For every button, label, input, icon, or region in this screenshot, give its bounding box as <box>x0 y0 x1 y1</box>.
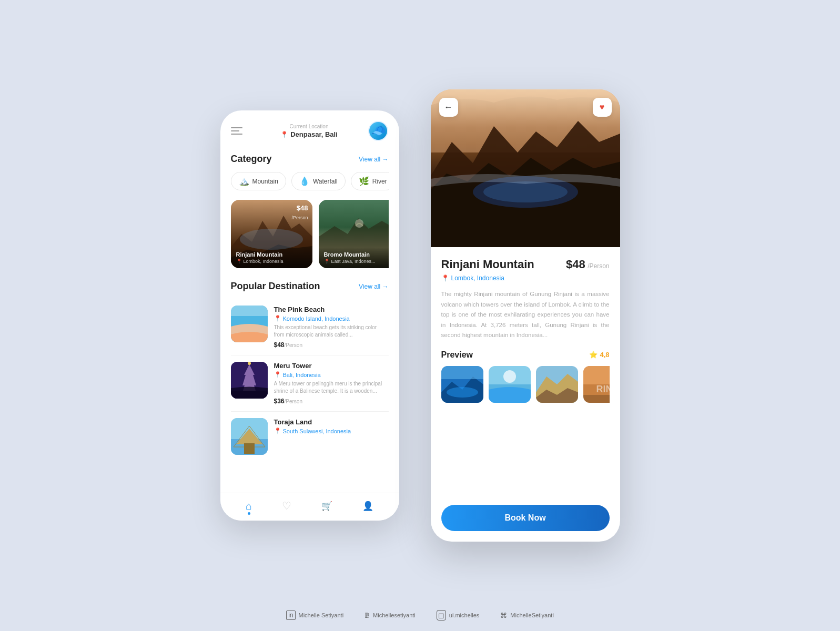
list-item[interactable]: Toraja Land 📍 South Sulawesi, Indonesia <box>231 412 389 461</box>
nav-active-dot <box>248 512 250 515</box>
svg-rect-26 <box>583 366 610 384</box>
pin-icon: 📍 <box>274 371 281 378</box>
nav-item-cart[interactable]: 🛒 <box>321 501 332 512</box>
location-display: Current Location 📍 Denpasar, Bali <box>280 124 338 138</box>
featured-cards: $48 /Person Rinjani Mountain 📍 Lombok, I… <box>231 200 389 268</box>
bromo-location: 📍 East Java, Indones... <box>324 259 389 264</box>
toraja-location: 📍 South Sulawesi, Indonesia <box>274 428 389 434</box>
featured-card-rinjani[interactable]: $48 /Person Rinjani Mountain 📍 Lombok, I… <box>231 200 312 268</box>
meru-location: 📍 Bali, Indonesia <box>274 371 389 378</box>
river-icon: 🌿 <box>359 176 369 186</box>
detail-title-row: Rinjani Mountain $48 /Person <box>441 258 610 271</box>
category-pill-mountain[interactable]: 🏔️ Mountain <box>231 172 286 190</box>
footer-linkedin-label: Michelle Setiyanti <box>299 612 344 618</box>
pink-beach-info: The Pink Beach 📍 Komodo Island, Indonesi… <box>274 306 389 349</box>
linkedin-icon: in <box>286 610 295 620</box>
cart-icon: 🛒 <box>321 501 332 512</box>
meru-name: Meru Tower <box>274 362 389 370</box>
meru-desc: A Meru tower or pelinggih meru is the pr… <box>274 380 389 395</box>
footer-github: ⌘ MichelleSetiyanti <box>500 612 554 619</box>
svg-rect-13 <box>244 443 255 454</box>
bromo-title: Bromo Mountain <box>324 251 389 258</box>
rinjani-location: 📍 Lombok, Indonesia <box>236 259 307 264</box>
menu-button[interactable] <box>231 121 250 140</box>
toraja-thumb <box>231 418 268 455</box>
heart-icon: ♥ <box>600 103 605 112</box>
pin-icon: 📍 <box>274 315 281 322</box>
avatar-emoji: 🧢 <box>371 125 386 137</box>
location-pin-icon: 📍 <box>441 274 449 282</box>
list-item[interactable]: Meru Tower 📍 Bali, Indonesia A Meru towe… <box>231 355 389 412</box>
list-item[interactable]: The Pink Beach 📍 Komodo Island, Indonesi… <box>231 299 389 355</box>
favorite-button[interactable]: ♥ <box>593 98 612 117</box>
preview-thumb-4[interactable]: RIN <box>583 366 610 403</box>
preview-header: Preview ⭐ 4,8 <box>441 350 610 360</box>
category-view-all[interactable]: View all → <box>359 156 388 163</box>
meru-price: $36/Person <box>274 398 389 405</box>
pink-beach-desc: This exceptional beach gets its striking… <box>274 324 389 339</box>
footer-instagram-label: ui.michelles <box>449 612 479 618</box>
rinjani-price-amount: $48 <box>291 204 308 212</box>
preview-title: Preview <box>441 350 473 360</box>
category-pill-river[interactable]: 🌿 River <box>351 172 389 190</box>
back-button[interactable]: ← <box>439 98 458 117</box>
nav-item-home[interactable]: ⌂ <box>246 500 252 512</box>
preview-thumb-3[interactable] <box>536 366 578 403</box>
svg-point-1 <box>240 229 303 250</box>
popular-list: The Pink Beach 📍 Komodo Island, Indonesi… <box>231 299 389 461</box>
home-icon: ⌂ <box>246 500 252 512</box>
footer-github-label: MichelleSetiyanti <box>510 612 554 618</box>
pink-beach-thumb <box>231 306 268 342</box>
nav-item-profile[interactable]: 👤 <box>362 501 373 512</box>
destination-title: Rinjani Mountain <box>441 258 534 271</box>
footer-behance: 𝔹 Michellesetiyanti <box>365 612 416 619</box>
footer-instagram: ◻ ui.michelles <box>437 610 479 620</box>
svg-point-9 <box>248 362 251 365</box>
pink-beach-location: 📍 Komodo Island, Indonesia <box>274 315 389 322</box>
category-pill-waterfall[interactable]: 💧 Waterfall <box>291 172 346 190</box>
category-title: Category <box>231 154 272 165</box>
header: Current Location 📍 Denpasar, Bali 🧢 <box>231 121 389 141</box>
preview-thumbnails: RIN <box>441 366 610 403</box>
rinjani-pin-icon: 📍 <box>236 259 242 264</box>
toraja-name: Toraja Land <box>274 418 389 426</box>
destination-location: 📍 Lombok, Indonesia <box>441 274 610 282</box>
featured-card-bromo[interactable]: Bromo Mountain 📍 East Java, Indones... <box>319 200 389 268</box>
price-amount: $48 <box>566 258 585 271</box>
toraja-info: Toraja Land 📍 South Sulawesi, Indonesia <box>274 418 389 436</box>
preview-thumb-1[interactable] <box>441 366 483 403</box>
rinjani-title: Rinjani Mountain <box>236 251 307 258</box>
rinjani-price-unit: /Person <box>291 215 308 220</box>
preview-section: Preview ⭐ 4,8 <box>441 350 610 403</box>
preview-thumb-2[interactable] <box>489 366 531 403</box>
footer-linkedin: in Michelle Setiyanti <box>286 610 343 620</box>
bromo-overlay: Bromo Mountain 📍 East Java, Indones... <box>319 247 389 268</box>
left-phone: Current Location 📍 Denpasar, Bali 🧢 Cate… <box>220 110 399 521</box>
book-now-button[interactable]: Book Now <box>441 505 610 531</box>
category-section-header: Category View all → <box>231 154 389 165</box>
popular-title: Popular Destination <box>231 281 320 292</box>
river-label: River <box>372 178 387 185</box>
detail-content: Rinjani Mountain $48 /Person 📍 Lombok, I… <box>431 247 620 496</box>
star-icon: ⭐ <box>589 351 598 359</box>
mountain-icon: 🏔️ <box>239 176 249 186</box>
waterfall-icon: 💧 <box>299 176 310 186</box>
user-avatar[interactable]: 🧢 <box>368 121 388 141</box>
popular-section-header: Popular Destination View all → <box>231 281 389 292</box>
svg-rect-19 <box>441 366 483 379</box>
pink-beach-price: $48/Person <box>274 341 389 349</box>
destination-description: The mighty Rinjani mountain of Gunung Ri… <box>441 289 610 341</box>
nav-item-favorites[interactable]: ♡ <box>282 500 291 512</box>
destination-price: $48 /Person <box>566 258 610 271</box>
behance-icon: 𝔹 <box>365 612 370 619</box>
back-icon: ← <box>444 103 453 112</box>
footer-behance-label: Michellesetiyanti <box>373 612 416 618</box>
rating: ⭐ 4,8 <box>589 351 609 359</box>
popular-view-all[interactable]: View all → <box>359 283 388 290</box>
category-pills: 🏔️ Mountain 💧 Waterfall 🌿 River 🌲 <box>231 172 389 190</box>
rinjani-price: $48 /Person <box>291 204 308 221</box>
pink-beach-name: The Pink Beach <box>274 306 389 313</box>
location-city: Denpasar, Bali <box>290 130 338 138</box>
favorites-icon: ♡ <box>282 500 291 512</box>
hero-image: ← ♥ <box>431 89 620 247</box>
